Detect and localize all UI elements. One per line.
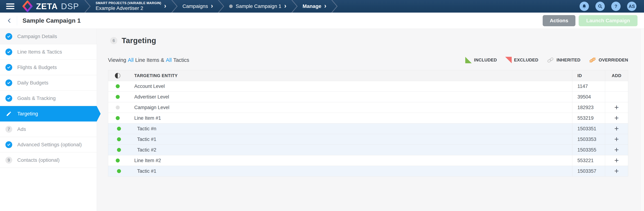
status-cell — [108, 92, 127, 102]
sidebar-item-contacts[interactable]: 9 Contacts (optional) — [0, 152, 97, 168]
page-title: Sample Campaign 1 — [22, 17, 81, 24]
add-targeting-button[interactable]: + — [612, 167, 620, 175]
sidebar-item-ads[interactable]: 7 Ads — [0, 122, 97, 137]
entity-id: 1503357 — [572, 166, 605, 176]
table-header-row: TARGETING ENTITY ID ADD — [108, 70, 628, 81]
entity-id: 1503351 — [572, 123, 605, 134]
entity-id: 553221 — [572, 155, 605, 166]
back-button[interactable] — [7, 18, 12, 23]
add-cell — [605, 92, 628, 102]
breadcrumb-advertiser-label: Example Advertiser 2 — [96, 5, 161, 11]
search-button[interactable] — [596, 1, 605, 11]
entity-id: 39504 — [572, 92, 605, 102]
legend-label: INHERITED — [556, 57, 580, 62]
legend-overridden: OVERRIDDEN — [589, 57, 628, 63]
included-triangle-icon — [465, 57, 472, 63]
entity-column-header: TARGETING ENTITY — [127, 70, 572, 81]
check-icon — [6, 33, 12, 40]
add-targeting-button[interactable]: + — [612, 136, 620, 143]
status-cell — [108, 166, 127, 176]
entity-id: 1503353 — [572, 134, 605, 145]
breadcrumb-separator-icon — [171, 0, 178, 12]
sidebar-item-line-items-tactics[interactable]: Line Items & Tactics — [0, 44, 97, 60]
help-button[interactable]: ? — [611, 1, 620, 11]
menu-icon[interactable] — [6, 2, 14, 10]
breadcrumb-campaign-label: Sample Campaign 1 — [236, 3, 281, 9]
entity-name: Line Item #2 — [127, 155, 572, 166]
sidebar-item-label: Flights & Budgets — [17, 64, 57, 70]
pencil-icon — [6, 110, 12, 117]
breadcrumb-manage-label: Manage — [302, 3, 321, 9]
page-header: Sample Campaign 1 Actions Launch Campaig… — [0, 12, 644, 29]
sidebar-item-daily-budgets[interactable]: Daily Budgets — [0, 75, 97, 91]
campaign-steps-sidebar: Campaign Details Line Items & Tactics Fl… — [0, 29, 97, 211]
table-row-tactic-2: Tactic #2 1503355 + — [108, 145, 628, 155]
table-row-line-item-2: Line Item #2 553221 + — [108, 155, 628, 166]
excluded-triangle-icon — [505, 57, 512, 63]
add-cell: + — [605, 113, 628, 123]
add-targeting-button[interactable]: + — [612, 125, 620, 132]
sidebar-item-flights-budgets[interactable]: Flights & Budgets — [0, 60, 97, 75]
topbar: ZETA DSP SMART PROJECTS (VARIABLE MARGIN… — [0, 0, 644, 12]
viewing-suffix: Tactics — [173, 57, 189, 63]
included-dot-icon — [117, 137, 121, 141]
entity-name: Tactic #n — [127, 123, 572, 134]
status-cell — [108, 123, 127, 134]
brand-zeta: ZETA — [36, 1, 58, 11]
contrast-column-header[interactable] — [108, 70, 127, 81]
topbar-icons: ? AS — [580, 1, 636, 11]
sidebar-item-label: Contacts (optional) — [17, 157, 60, 163]
breadcrumb-advertiser[interactable]: SMART PROJECTS (VARIABLE MARGIN) Example… — [91, 1, 170, 11]
notifications-button[interactable] — [580, 1, 589, 11]
legend-label: INCLUDED — [474, 57, 497, 62]
scrollbar-track[interactable] — [640, 29, 644, 211]
add-cell: + — [605, 155, 628, 166]
table-row-tactic-1b: Tactic #1 1503357 + — [108, 166, 628, 177]
chevron-right-icon: › — [211, 3, 213, 10]
add-targeting-button[interactable]: + — [612, 114, 620, 122]
launch-campaign-button[interactable]: Launch Campaign — [579, 15, 638, 26]
table-row-advertiser-level: Advertiser Level 39504 — [108, 92, 628, 102]
viewing-all-line-items-link[interactable]: All — [128, 57, 134, 63]
broken-link-icon — [589, 57, 596, 63]
status-cell — [108, 81, 127, 91]
entity-name: Advertiser Level — [127, 92, 572, 102]
add-cell: + — [605, 102, 628, 113]
avatar[interactable]: AS — [627, 1, 636, 11]
sidebar-item-targeting[interactable]: Targeting — [0, 106, 97, 122]
status-cell — [108, 134, 127, 145]
add-targeting-button[interactable]: + — [612, 104, 620, 111]
entity-id: 182923 — [572, 102, 605, 113]
entity-id: 553219 — [572, 113, 605, 123]
table-row-tactic-n: Tactic #n 1503351 + — [108, 123, 628, 134]
entity-name: Tactic #2 — [127, 145, 572, 155]
table-row-campaign-level: Campaign Level 182923 + — [108, 102, 628, 113]
add-cell: + — [605, 123, 628, 134]
targeting-table: TARGETING ENTITY ID ADD Account Level 11… — [108, 70, 628, 177]
sidebar-item-advanced-settings[interactable]: Advanced Settings (optional) — [0, 137, 97, 152]
entity-id: 1503355 — [572, 145, 605, 155]
table-row-tactic-1: Tactic #1 1503353 + — [108, 134, 628, 145]
sidebar-item-label: Daily Budgets — [17, 80, 48, 86]
breadcrumb-campaigns[interactable]: Campaigns › — [178, 3, 218, 10]
entity-name: Tactic #1 — [127, 134, 572, 145]
sidebar-item-label: Campaign Details — [17, 34, 57, 39]
add-targeting-button[interactable]: + — [612, 157, 620, 164]
breadcrumb-separator-icon — [84, 0, 91, 12]
sidebar-item-goals-tracking[interactable]: Goals & Tracking — [0, 91, 97, 106]
half-circle-icon — [115, 73, 121, 79]
breadcrumb-campaigns-label: Campaigns — [182, 3, 208, 9]
chevron-right-icon: › — [324, 3, 326, 10]
add-targeting-button[interactable]: + — [612, 146, 620, 154]
breadcrumb-manage[interactable]: Manage › — [298, 3, 331, 10]
add-column-header: ADD — [605, 70, 628, 81]
entity-name: Account Level — [127, 81, 572, 91]
sidebar-item-label: Targeting — [17, 111, 38, 117]
breadcrumb-campaign[interactable]: Sample Campaign 1 › — [225, 3, 291, 10]
viewing-all-tactics-link[interactable]: All — [166, 57, 172, 63]
status-dot-icon — [229, 4, 233, 8]
actions-button[interactable]: Actions — [543, 15, 576, 26]
sidebar-item-campaign-details[interactable]: Campaign Details — [0, 29, 97, 44]
check-icon — [6, 64, 12, 71]
entity-name: Tactic #1 — [127, 166, 572, 176]
